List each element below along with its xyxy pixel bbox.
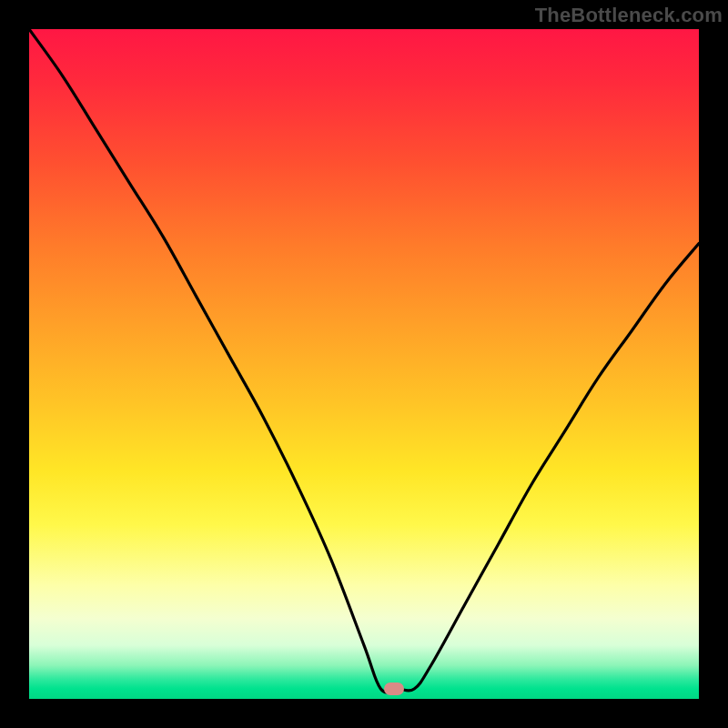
bottleneck-marker: [384, 682, 404, 695]
plot-area: [29, 29, 699, 699]
bottleneck-curve: [29, 29, 699, 699]
chart-frame: TheBottleneck.com: [0, 0, 728, 728]
watermark-text: TheBottleneck.com: [535, 4, 723, 27]
